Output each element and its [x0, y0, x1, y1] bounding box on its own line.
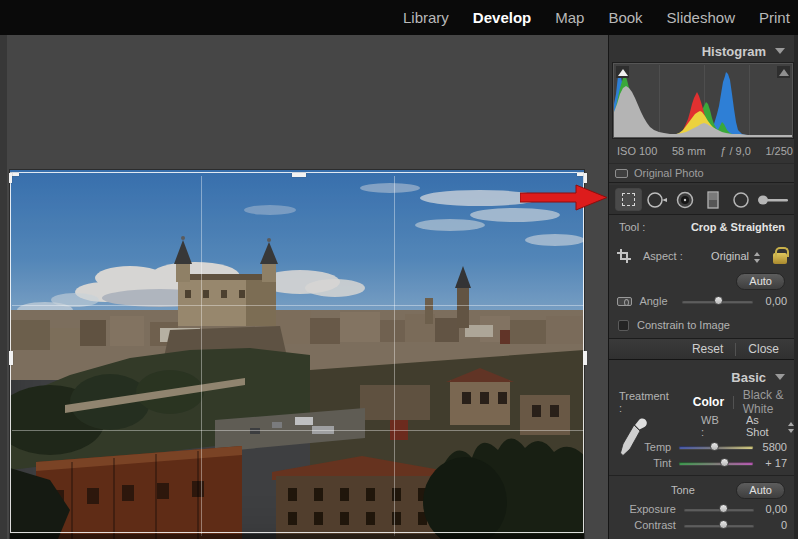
tint-row: Tint + 17 — [609, 455, 795, 471]
tint-label: Tint — [641, 457, 671, 469]
highlight-clipping-indicator[interactable] — [777, 66, 790, 78]
aspect-row: Aspect : Original — [609, 241, 795, 271]
crop-overlay-tool[interactable] — [615, 188, 642, 211]
crop-handle-top-left[interactable] — [9, 173, 12, 183]
straighten-level-icon[interactable] — [617, 297, 632, 306]
graduated-filter-tool[interactable] — [699, 188, 726, 211]
histogram-curves — [614, 64, 792, 137]
graduated-filter-icon — [706, 191, 720, 209]
histogram-graph[interactable] — [613, 63, 793, 138]
histogram-panel-header[interactable]: Histogram — [609, 43, 795, 59]
shutter-speed-value: 1/250 — [765, 145, 793, 157]
crop-handle-left-middle[interactable] — [9, 351, 13, 365]
develop-canvas — [0, 35, 608, 539]
temp-row: Temp 5800 — [609, 439, 795, 455]
wb-label: WB : — [701, 414, 724, 438]
crop-frame-icon[interactable] — [617, 249, 631, 263]
crop-boundary[interactable] — [10, 172, 584, 533]
angle-slider-thumb[interactable] — [714, 296, 723, 305]
photo-toledo-cityscape[interactable] — [10, 170, 584, 539]
shadow-clipping-indicator[interactable] — [616, 66, 629, 78]
wb-value[interactable]: As Shot — [746, 414, 783, 438]
reset-button[interactable]: Reset — [680, 342, 735, 356]
contrast-slider-thumb[interactable] — [719, 520, 728, 529]
crop-overlay-icon — [622, 193, 635, 206]
original-photo-bar[interactable]: Original Photo — [609, 163, 798, 183]
aspect-label: Aspect : — [643, 250, 683, 262]
exposure-slider[interactable] — [684, 508, 755, 511]
wb-row: WB : As Shot — [609, 417, 795, 435]
panel-scrollbar[interactable] — [794, 35, 798, 539]
contrast-value[interactable]: 0 — [754, 519, 787, 531]
aspect-dropdown-icon[interactable] — [754, 252, 761, 263]
contrast-label: Contrast — [627, 519, 676, 531]
treatment-bw-option[interactable]: Black & White — [743, 388, 789, 416]
angle-value[interactable]: 0,00 — [753, 295, 787, 307]
radial-filter-icon — [732, 191, 750, 209]
close-button[interactable]: Close — [736, 342, 791, 356]
tone-row: Tone Auto — [609, 481, 795, 499]
radial-filter-tool[interactable] — [727, 188, 754, 211]
tint-slider[interactable] — [679, 462, 753, 465]
collapse-triangle-icon — [775, 48, 785, 54]
module-map[interactable]: Map — [543, 9, 596, 26]
red-arrow-annotation — [520, 184, 608, 212]
focal-length-value: 58 mm — [672, 145, 706, 157]
crop-handle-top-center[interactable] — [292, 173, 306, 177]
crop-dimmed-area — [10, 534, 584, 539]
angle-slider[interactable] — [682, 300, 753, 303]
treatment-label: Treatment : — [619, 390, 669, 414]
adjustment-brush-icon — [756, 193, 790, 207]
tint-value[interactable]: + 17 — [753, 457, 787, 469]
tool-name: Crop & Straighten — [691, 221, 785, 233]
crop-handle-top-right[interactable] — [584, 173, 587, 183]
spot-removal-tool[interactable] — [643, 188, 670, 211]
tool-header-row: Tool : Crop & Straighten — [609, 217, 795, 237]
aspect-lock-icon[interactable] — [773, 253, 787, 264]
develop-right-panel: Histogram ISO 100 58 — [608, 35, 798, 539]
exif-summary: ISO 100 58 mm ƒ / 9,0 1/250 — [617, 143, 793, 159]
crop-grid-horizontal-2 — [12, 430, 584, 431]
red-eye-icon — [676, 191, 694, 209]
constrain-row: Constrain to Image — [609, 315, 795, 335]
red-eye-tool[interactable] — [671, 188, 698, 211]
module-library[interactable]: Library — [391, 9, 461, 26]
treatment-row: Treatment : Color Black & White — [609, 393, 795, 411]
crop-grid-vertical-2 — [394, 176, 395, 536]
tone-auto-button[interactable]: Auto — [736, 482, 785, 499]
contrast-row: Contrast 0 — [609, 517, 795, 533]
exposure-label: Exposure — [627, 503, 676, 515]
constrain-checkbox[interactable] — [618, 320, 629, 331]
crop-footer-bar: Reset Close — [609, 338, 798, 360]
aperture-value: ƒ / 9,0 — [720, 145, 751, 157]
original-photo-label: Original Photo — [634, 167, 704, 179]
basic-panel-header[interactable]: Basic — [609, 365, 795, 389]
temp-value[interactable]: 5800 — [753, 441, 787, 453]
aspect-value[interactable]: Original — [711, 250, 749, 262]
temp-label: Temp — [641, 441, 671, 453]
histogram-title: Histogram — [702, 44, 766, 59]
adjustment-brush-tool[interactable] — [755, 188, 791, 211]
contrast-slider[interactable] — [684, 524, 755, 527]
tint-slider-thumb[interactable] — [720, 458, 729, 467]
temp-slider[interactable] — [679, 446, 753, 449]
temp-slider-thumb[interactable] — [710, 442, 719, 451]
treatment-color-option[interactable]: Color — [693, 395, 724, 409]
tool-label: Tool : — [619, 221, 645, 233]
module-book[interactable]: Book — [596, 9, 654, 26]
iso-value: ISO 100 — [617, 145, 657, 157]
exposure-slider-thumb[interactable] — [719, 504, 728, 513]
auto-straighten-button[interactable]: Auto — [736, 273, 785, 290]
exposure-value[interactable]: 0,00 — [754, 503, 787, 515]
crop-handle-right-middle[interactable] — [583, 351, 587, 365]
constrain-label: Constrain to Image — [637, 319, 730, 331]
crop-grid-vertical-1 — [201, 176, 202, 536]
module-print[interactable]: Print — [747, 9, 798, 26]
angle-auto-row: Auto — [609, 273, 795, 290]
module-slideshow[interactable]: Slideshow — [655, 9, 747, 26]
lightroom-develop-screen: Library Develop Map Book Slideshow Print… — [0, 0, 798, 539]
basic-title: Basic — [731, 370, 766, 385]
spot-removal-icon — [646, 191, 668, 209]
left-panel-edge[interactable] — [0, 35, 7, 539]
module-develop[interactable]: Develop — [461, 9, 543, 26]
